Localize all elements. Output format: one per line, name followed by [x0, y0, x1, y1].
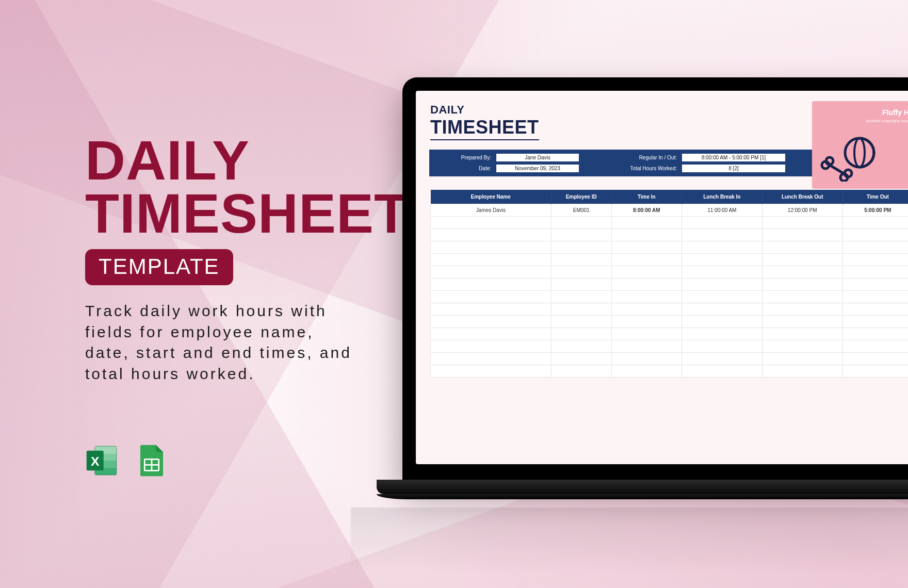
cell-time-in: 8:00:00 AM [611, 204, 682, 217]
date-value: November 09, 2023 [496, 165, 579, 172]
prep-col-left: Prepared By: Jane Davis Date: November 0… [434, 154, 579, 172]
prep-col-right: Regular In / Out: 8:00:00 AM - 5:00:00 P… [610, 154, 785, 172]
regular-value: 8:00:00 AM - 5:00:00 PM [1] [682, 154, 785, 161]
pet-toy-icon [819, 135, 876, 182]
col-time-out: Time Out [842, 190, 908, 204]
svg-text:X: X [91, 454, 100, 468]
brand-card: Fluffy H Woofville contact@flu www [812, 101, 908, 189]
table-body: James Davis EM001 8:00:00 AM 11:00:00 AM… [431, 204, 909, 378]
promo-stage: DAILY TIMESHEET TEMPLATE Track daily wor… [0, 0, 908, 588]
laptop-mockup: DAILY TIMESHEET Fluffy H Woofville conta… [402, 77, 908, 499]
app-icons-row: X [85, 444, 169, 478]
hero-title: DAILY TIMESHEET [85, 134, 374, 240]
col-employee-name: Employee Name [431, 190, 552, 204]
table-row [431, 266, 909, 279]
table-row [431, 353, 909, 365]
table-row [431, 340, 909, 353]
laptop-base [377, 480, 908, 494]
total-hours-label: Total Hours Worked: [610, 166, 677, 171]
hero-line2: TIMESHEET [85, 182, 409, 244]
brand-subtitle: Woofville contact@flu www [818, 119, 908, 123]
doc-title-big: TIMESHEET [430, 117, 539, 140]
svg-point-13 [826, 157, 833, 165]
cell-name: James Davis [431, 204, 552, 217]
table-row [431, 217, 909, 229]
timesheet-table: Employee Name Employee ID Time In Lunch … [430, 190, 908, 378]
table-header-row: Employee Name Employee ID Time In Lunch … [431, 190, 909, 204]
regular-row: Regular In / Out: 8:00:00 AM - 5:00:00 P… [610, 154, 785, 161]
table-row [431, 316, 909, 328]
cell-lunch-in: 11:00:00 AM [682, 204, 762, 217]
table-row [431, 279, 909, 291]
total-hours-value: 8 [2] [682, 165, 785, 172]
table-row [431, 291, 909, 303]
prepared-by-label: Prepared By: [434, 155, 491, 160]
table-row [431, 241, 909, 254]
table-row [431, 328, 909, 340]
table-row [431, 365, 909, 378]
table-row: James Davis EM001 8:00:00 AM 11:00:00 AM… [431, 204, 909, 217]
table-row [431, 254, 909, 266]
excel-icon: X [85, 444, 119, 478]
svg-line-16 [830, 165, 845, 174]
col-employee-id: Employee ID [551, 190, 611, 204]
svg-point-11 [854, 138, 865, 167]
regular-label: Regular In / Out: [610, 155, 677, 160]
cell-id: EM001 [551, 204, 611, 217]
date-label: Date: [434, 166, 491, 171]
hero-block: DAILY TIMESHEET TEMPLATE Track daily wor… [85, 134, 374, 384]
google-sheets-icon [135, 444, 169, 478]
prepared-by-value: Jane Davis [496, 154, 579, 161]
laptop-screen: DAILY TIMESHEET Fluffy H Woofville conta… [416, 91, 908, 464]
cell-lunch-out: 12:00:00 PM [762, 204, 842, 217]
cell-time-out: 5:00:00 PM [842, 204, 908, 217]
date-row: Date: November 09, 2023 [434, 165, 579, 172]
template-badge: TEMPLATE [85, 249, 233, 285]
laptop-foot [377, 494, 908, 499]
total-hours-row: Total Hours Worked: 8 [2] [610, 165, 785, 172]
brand-title: Fluffy H [818, 108, 908, 117]
hero-description: Track daily work hours with fields for e… [85, 301, 364, 384]
col-time-in: Time In [611, 190, 682, 204]
laptop-reflection [351, 508, 908, 574]
col-lunch-in: Lunch Break In [682, 190, 762, 204]
col-lunch-out: Lunch Break Out [762, 190, 842, 204]
prepared-by-row: Prepared By: Jane Davis [434, 154, 579, 161]
table-row [431, 229, 909, 241]
table-row [431, 303, 909, 316]
laptop-bezel: DAILY TIMESHEET Fluffy H Woofville conta… [402, 77, 908, 480]
